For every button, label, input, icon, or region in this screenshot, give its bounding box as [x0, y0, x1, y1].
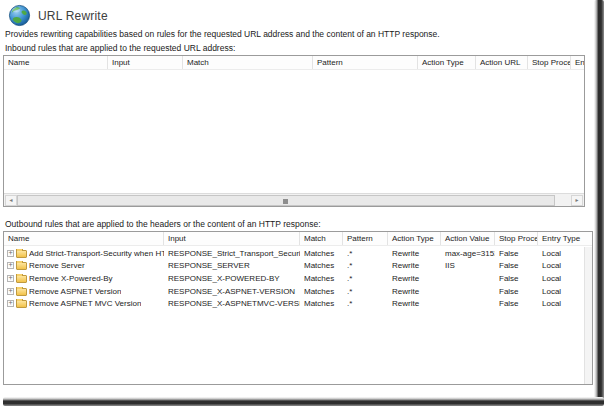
screenshot-shadow-bottom	[3, 397, 604, 406]
column-header-input[interactable]: Input	[108, 56, 183, 69]
rule-action-type: Rewrite	[388, 261, 441, 270]
rule-pattern: .*	[343, 299, 388, 308]
rule-pattern: .*	[343, 249, 388, 258]
rule-input: RESPONSE_SERVER	[164, 261, 300, 270]
globe-icon	[8, 4, 31, 27]
rule-name: Remove Server	[29, 261, 85, 270]
outbound-list-header: Name Input Match Pattern Action Type Act…	[4, 232, 592, 246]
url-rewrite-feature-page: URL Rewrite Provides rewriting capabilit…	[0, 0, 606, 407]
column-header-stop-processing[interactable]: Stop Proce...	[495, 232, 538, 245]
inbound-horizontal-scrollbar[interactable]: ◄ ►	[4, 193, 584, 206]
rule-action-type: Rewrite	[388, 274, 441, 283]
rule-stop-processing: False	[495, 249, 538, 258]
table-row[interactable]: + Remove ASPNET MVC Version RESPONSE_X-A…	[4, 297, 583, 310]
screenshot-shadow-right	[594, 0, 604, 400]
rule-input: RESPONSE_X-POWERED-BY	[164, 274, 300, 283]
column-header-action-type[interactable]: Action Type	[388, 232, 441, 245]
rule-stop-processing: False	[495, 261, 538, 270]
inbound-list-header: Name Input Match Pattern Action Type Act…	[4, 56, 584, 70]
column-header-name[interactable]: Name	[4, 56, 108, 69]
rule-match: Matches	[300, 287, 343, 296]
scroll-right-icon[interactable]: ►	[571, 195, 583, 206]
rule-action-value: IIS	[441, 261, 495, 270]
rule-name: Remove X-Powered-By	[29, 274, 113, 283]
outbound-rules-list: Name Input Match Pattern Action Type Act…	[3, 231, 593, 385]
column-header-input[interactable]: Input	[164, 232, 300, 245]
expand-icon[interactable]: +	[7, 275, 14, 282]
folder-icon	[16, 262, 27, 270]
column-header-pattern[interactable]: Pattern	[343, 232, 388, 245]
rule-name: Remove ASPNET Version	[29, 287, 121, 296]
column-header-action-url[interactable]: Action URL	[476, 56, 528, 69]
column-header-entry[interactable]: Entry	[571, 56, 585, 69]
rule-action-value: max-age=3153...	[441, 249, 495, 258]
column-header-action-type[interactable]: Action Type	[418, 56, 476, 69]
page-title: URL Rewrite	[38, 9, 108, 23]
rule-input: RESPONSE_Strict_Transport_Security	[164, 249, 300, 258]
column-header-stop-processing[interactable]: Stop Proce...	[528, 56, 571, 69]
scroll-left-icon[interactable]: ◄	[5, 195, 17, 206]
rule-match: Matches	[300, 249, 343, 258]
table-row[interactable]: + Remove ASPNET Version RESPONSE_X-ASPNE…	[4, 285, 583, 298]
rule-entry-type: Local	[538, 299, 582, 308]
scrollbar-thumb[interactable]	[17, 195, 555, 206]
rule-action-type: Rewrite	[388, 287, 441, 296]
column-header-pattern[interactable]: Pattern	[313, 56, 418, 69]
rule-entry-type: Local	[538, 249, 582, 258]
scrollbar-grip	[283, 199, 288, 204]
expand-icon[interactable]: +	[7, 262, 14, 269]
rule-pattern: .*	[343, 261, 388, 270]
expand-icon[interactable]: +	[7, 300, 14, 307]
rule-stop-processing: False	[495, 287, 538, 296]
feature-description: Provides rewriting capabilities based on…	[5, 29, 440, 39]
outbound-rules-label: Outbound rules that are applied to the h…	[5, 219, 321, 229]
outbound-rows: + Add Strict-Transport-Security when HTT…	[4, 247, 583, 310]
rule-pattern: .*	[343, 287, 388, 296]
folder-icon	[16, 300, 27, 308]
folder-icon	[16, 275, 27, 283]
table-row[interactable]: + Remove Server RESPONSE_SERVER Matches …	[4, 260, 583, 273]
rule-entry-type: Local	[538, 287, 582, 296]
rule-match: Matches	[300, 299, 343, 308]
table-row[interactable]: + Add Strict-Transport-Security when HTT…	[4, 247, 583, 260]
rule-input: RESPONSE_X-ASPNETMVC-VERSION	[164, 299, 300, 308]
outbound-vertical-scrollbar[interactable]	[584, 247, 592, 384]
column-header-match[interactable]: Match	[183, 56, 313, 69]
rule-action-type: Rewrite	[388, 299, 441, 308]
column-header-match[interactable]: Match	[300, 232, 343, 245]
rule-entry-type: Local	[538, 261, 582, 270]
rule-name: Remove ASPNET MVC Version	[29, 299, 141, 308]
rule-entry-type: Local	[538, 274, 582, 283]
table-row[interactable]: + Remove X-Powered-By RESPONSE_X-POWERED…	[4, 272, 583, 285]
folder-icon	[16, 288, 27, 296]
rule-stop-processing: False	[495, 299, 538, 308]
inbound-rules-list: Name Input Match Pattern Action Type Act…	[3, 55, 585, 207]
rule-match: Matches	[300, 274, 343, 283]
column-header-entry-type[interactable]: Entry Type	[538, 232, 582, 245]
rule-action-type: Rewrite	[388, 249, 441, 258]
folder-icon	[16, 250, 27, 258]
rule-pattern: .*	[343, 274, 388, 283]
column-header-name[interactable]: Name	[4, 232, 164, 245]
expand-icon[interactable]: +	[7, 250, 14, 257]
rule-name: Add Strict-Transport-Security when HTTPS	[29, 249, 164, 258]
column-header-action-value[interactable]: Action Value	[441, 232, 495, 245]
rule-input: RESPONSE_X-ASPNET-VERSION	[164, 287, 300, 296]
inbound-rules-label: Inbound rules that are applied to the re…	[5, 43, 235, 53]
expand-icon[interactable]: +	[7, 288, 14, 295]
rule-match: Matches	[300, 261, 343, 270]
rule-stop-processing: False	[495, 274, 538, 283]
